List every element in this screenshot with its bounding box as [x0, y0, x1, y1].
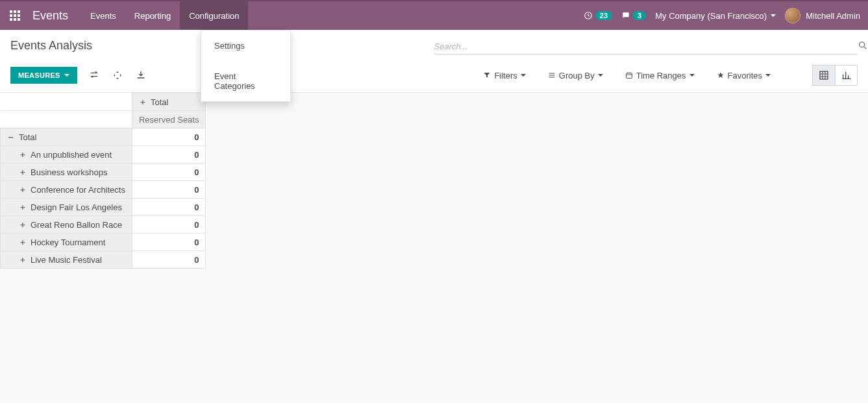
- pivot-row-label: Business workshops: [31, 167, 108, 177]
- pivot-row[interactable]: +Conference for Architects: [1, 181, 132, 199]
- pivot-row[interactable]: +An unpublished event: [1, 146, 132, 164]
- svg-rect-2: [626, 73, 632, 79]
- move-icon: [112, 70, 123, 80]
- graph-view-button[interactable]: [835, 66, 857, 85]
- chevron-down-icon: [771, 14, 776, 17]
- plus-icon[interactable]: +: [139, 97, 147, 107]
- app-brand[interactable]: Events: [30, 9, 81, 23]
- plus-icon[interactable]: +: [19, 167, 27, 177]
- pivot-table-wrapper: +Total Reserved Seats −Total 0 +An unpub…: [0, 93, 868, 269]
- pivot-total-value: 0: [132, 128, 206, 146]
- user-menu[interactable]: Mitchell Admin: [785, 8, 860, 23]
- svg-point-1: [860, 42, 865, 47]
- topbar-right: 23 3 My Company (San Francisco) Mitchell…: [584, 8, 868, 23]
- nav-item-configuration[interactable]: Configuration: [180, 1, 248, 30]
- chevron-down-icon: [765, 74, 771, 77]
- minus-icon[interactable]: −: [7, 132, 15, 142]
- pivot-row-label: Great Reno Ballon Race: [31, 220, 122, 230]
- svg-rect-3: [820, 71, 828, 79]
- funnel-icon: [483, 71, 491, 79]
- swap-icon: [89, 70, 99, 79]
- avatar: [785, 8, 800, 23]
- user-name: Mitchell Admin: [806, 11, 860, 21]
- search-icon[interactable]: [858, 40, 868, 51]
- clock-icon: [584, 11, 593, 20]
- plus-icon[interactable]: +: [19, 220, 27, 230]
- timeranges-button[interactable]: Time Ranges: [625, 71, 695, 80]
- plus-icon[interactable]: +: [19, 255, 27, 265]
- pivot-icon: [819, 70, 829, 80]
- pivot-view-button[interactable]: [813, 66, 835, 85]
- list-icon: [548, 71, 556, 79]
- pivot-row-label: Conference for Architects: [31, 185, 125, 195]
- col-header-label: Total: [151, 97, 168, 107]
- plus-icon[interactable]: +: [19, 150, 27, 160]
- pivot-cell: 0: [132, 199, 206, 216]
- star-icon: [717, 71, 725, 79]
- activities-badge: 23: [595, 11, 612, 20]
- pivot-measure-header[interactable]: Reserved Seats: [132, 111, 206, 128]
- pivot-row-total[interactable]: −Total: [1, 128, 132, 146]
- chat-icon: [621, 11, 630, 20]
- messages-badge: 3: [633, 11, 646, 20]
- filters-button[interactable]: Filters: [483, 71, 525, 80]
- pivot-row[interactable]: +Great Reno Ballon Race: [1, 216, 132, 234]
- nav-items: Events Reporting Configuration: [81, 1, 248, 30]
- measures-label: MEASURES: [18, 71, 60, 79]
- company-name: My Company (San Francisco): [655, 11, 767, 21]
- pivot-row-label: Design Fair Los Angeles: [31, 202, 122, 212]
- chevron-down-icon: [521, 74, 526, 77]
- pivot-row[interactable]: +Business workshops: [1, 164, 132, 181]
- dropdown-item-settings[interactable]: Settings: [201, 31, 290, 61]
- favorites-button[interactable]: Favorites: [717, 71, 771, 80]
- calendar-icon: [625, 71, 633, 79]
- pivot-row[interactable]: +Live Music Festival: [1, 251, 132, 269]
- pivot-cell: 0: [132, 216, 206, 234]
- plus-icon[interactable]: +: [19, 238, 27, 247]
- apps-icon[interactable]: [0, 1, 30, 31]
- pivot-cell: 0: [132, 164, 206, 181]
- favorites-label: Favorites: [728, 71, 762, 80]
- timeranges-label: Time Ranges: [636, 71, 686, 80]
- expand-button[interactable]: [112, 70, 123, 80]
- company-switcher[interactable]: My Company (San Francisco): [655, 11, 776, 21]
- groupby-button[interactable]: Group By: [548, 71, 603, 80]
- pivot-cell: 0: [132, 181, 206, 199]
- pivot-row-label: Hockey Tournament: [31, 238, 105, 247]
- filters-label: Filters: [494, 71, 517, 80]
- download-icon: [136, 70, 146, 80]
- view-switcher: [812, 65, 858, 86]
- pivot-cell: 0: [132, 234, 206, 251]
- measures-button[interactable]: MEASURES: [10, 67, 77, 84]
- download-button[interactable]: [136, 70, 146, 80]
- activities-button[interactable]: 23: [584, 11, 612, 20]
- search-box[interactable]: [434, 39, 858, 55]
- pivot-table: +Total Reserved Seats −Total 0 +An unpub…: [0, 93, 206, 269]
- pivot-corner: [1, 93, 132, 111]
- chevron-down-icon: [689, 74, 695, 77]
- chevron-down-icon: [598, 74, 603, 77]
- pivot-row[interactable]: +Design Fair Los Angeles: [1, 199, 132, 216]
- total-label: Total: [19, 132, 36, 142]
- groupby-label: Group By: [559, 71, 595, 80]
- dropdown-item-event-categories[interactable]: Event Categories: [201, 61, 290, 101]
- pivot-col-header[interactable]: +Total: [132, 93, 206, 111]
- search-input[interactable]: [434, 39, 858, 54]
- top-nav: Events Events Reporting Configuration 23…: [0, 0, 868, 30]
- pivot-cell: 0: [132, 251, 206, 269]
- pivot-row-label: An unpublished event: [31, 150, 112, 160]
- plus-icon[interactable]: +: [19, 185, 27, 195]
- nav-item-reporting[interactable]: Reporting: [125, 1, 180, 30]
- control-panel: Events Analysis MEASURES: [0, 30, 868, 93]
- plus-icon[interactable]: +: [19, 202, 27, 212]
- chevron-down-icon: [64, 74, 69, 77]
- nav-item-events[interactable]: Events: [81, 1, 125, 30]
- bar-chart-icon: [841, 70, 852, 80]
- messages-button[interactable]: 3: [621, 11, 646, 20]
- pivot-row[interactable]: +Hockey Tournament: [1, 234, 132, 251]
- pivot-corner: [1, 111, 132, 128]
- configuration-dropdown: Settings Event Categories: [201, 30, 291, 102]
- pivot-row-label: Live Music Festival: [31, 255, 102, 265]
- flip-axis-button[interactable]: [89, 70, 99, 80]
- pivot-cell: 0: [132, 146, 206, 164]
